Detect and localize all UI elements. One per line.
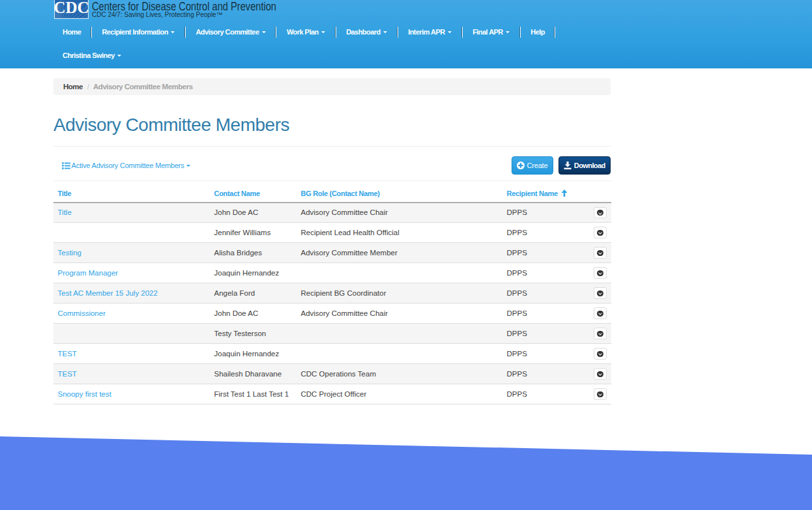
svg-text:CDC: CDC [54, 0, 89, 16]
